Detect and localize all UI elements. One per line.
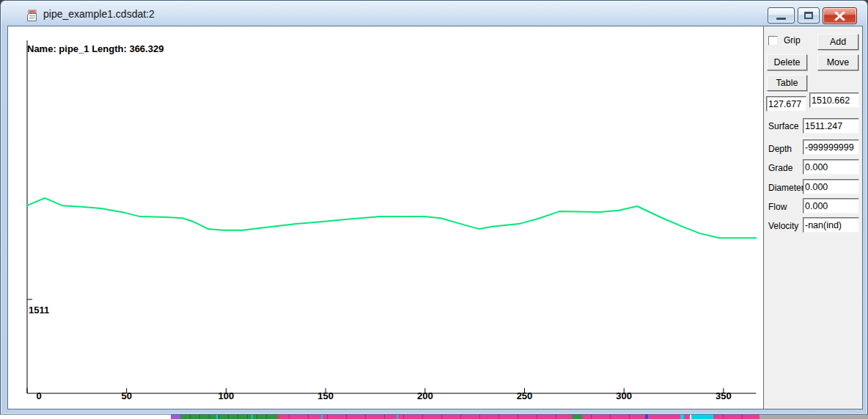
strip-segment	[365, 415, 366, 419]
strip-segment	[537, 415, 537, 419]
x-tick-label: 250	[517, 390, 533, 401]
strip-segment	[384, 415, 385, 419]
strip-segment	[247, 415, 248, 419]
strip-segment	[742, 415, 743, 419]
x-tick-label: 300	[616, 390, 632, 401]
velocity-label: Velocity	[768, 221, 798, 231]
strip-segment	[190, 415, 191, 419]
x-tick-label: 150	[317, 390, 334, 401]
window-controls	[768, 7, 857, 24]
strip-segment	[645, 415, 648, 419]
window-content: Name: pipe_1 Length: 366.329 05010015020…	[7, 26, 863, 409]
title-bar[interactable]: pipe_example1.cdsdat:2	[1, 1, 867, 26]
strip-segment	[308, 415, 309, 419]
strip-segment	[327, 415, 328, 419]
app-window: pipe_example1.cdsdat:2 Name: pipe_1 Leng…	[0, 0, 868, 415]
strip-segment	[346, 415, 347, 419]
background-window-strip	[0, 415, 868, 419]
strip-segment	[228, 415, 229, 419]
strip-segment	[171, 415, 180, 419]
x-tick-label: 350	[716, 390, 732, 401]
strip-segment	[257, 415, 257, 419]
minimize-icon	[776, 18, 786, 20]
close-button[interactable]	[823, 7, 857, 24]
strip-segment	[397, 415, 398, 419]
grade-field[interactable]	[803, 159, 859, 175]
surface-field[interactable]	[803, 118, 859, 134]
profile-chart-area[interactable]: Name: pipe_1 Length: 366.329 05010015020…	[8, 26, 762, 409]
strip-segment	[321, 415, 323, 419]
strip-segment	[582, 415, 680, 419]
x-tick-label: 0	[36, 390, 41, 401]
strip-segment	[403, 415, 404, 419]
maximize-icon	[804, 12, 813, 19]
maximize-button[interactable]	[798, 7, 820, 23]
strip-segment	[199, 415, 200, 419]
move-button[interactable]: Move	[817, 54, 858, 70]
grip-checkbox-label: Grip	[784, 35, 801, 45]
strip-segment	[760, 415, 868, 419]
minimize-button[interactable]	[768, 7, 795, 23]
strip-segment	[251, 415, 253, 419]
strip-segment	[723, 415, 724, 419]
surface-label: Surface	[768, 121, 798, 131]
table-button[interactable]: Table	[767, 75, 807, 91]
strip-segment	[684, 415, 690, 419]
strip-segment	[209, 415, 210, 419]
y-tick-label: 1511	[29, 305, 49, 316]
velocity-field[interactable]	[803, 217, 859, 233]
strip-segment	[289, 415, 290, 419]
strip-segment	[591, 415, 592, 419]
strip-segment	[279, 415, 572, 419]
delete-button[interactable]: Delete	[767, 54, 807, 70]
x-tick-label: 50	[121, 390, 131, 401]
x-tick-label: 200	[417, 390, 433, 401]
document-icon	[26, 10, 39, 22]
strip-segment	[572, 415, 582, 419]
grip-checkbox[interactable]	[768, 36, 778, 45]
strip-segment	[180, 415, 277, 419]
strip-segment	[218, 415, 219, 419]
strip-segment	[266, 415, 267, 419]
depth-label: Depth	[768, 144, 792, 154]
diameter-field[interactable]	[803, 179, 859, 194]
coordinate-x-field[interactable]	[766, 96, 806, 112]
grade-label: Grade	[768, 163, 792, 173]
strip-segment	[441, 415, 442, 419]
strip-segment	[216, 415, 218, 419]
profile-chart-svg: 0501001502002503003501511	[8, 26, 762, 409]
diameter-label: Diameter	[768, 183, 804, 193]
strip-segment	[556, 415, 556, 419]
strip-segment	[610, 415, 611, 419]
strip-segment	[499, 415, 499, 419]
flow-field[interactable]	[803, 198, 859, 214]
strip-segment	[713, 415, 760, 419]
strip-segment	[238, 415, 238, 419]
add-button[interactable]: Add	[817, 34, 858, 50]
x-tick-label: 100	[218, 390, 235, 401]
depth-field[interactable]	[803, 139, 859, 155]
flow-label: Flow	[768, 202, 787, 212]
close-icon	[834, 12, 845, 21]
strip-segment	[422, 415, 423, 419]
strip-segment	[691, 415, 713, 419]
side-panel: Grip Add Delete Move Table Surface Depth…	[763, 26, 862, 409]
strip-segment	[518, 415, 518, 419]
window-title: pipe_example1.cdsdat:2	[43, 8, 155, 20]
surface-profile-line	[27, 198, 756, 238]
strip-segment	[479, 415, 480, 419]
strip-segment	[460, 415, 461, 419]
strip-segment	[629, 415, 630, 419]
coordinate-y-field[interactable]	[809, 92, 859, 108]
